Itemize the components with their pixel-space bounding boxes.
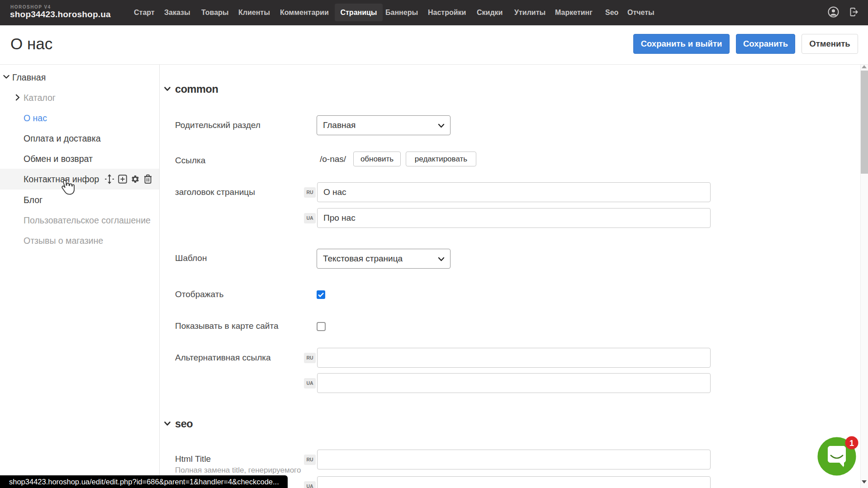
svg-text:1: 1 [849, 439, 854, 448]
